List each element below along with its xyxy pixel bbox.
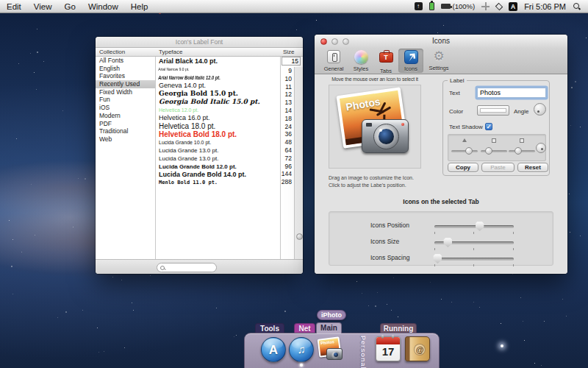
slider-thumb[interactable] (476, 222, 484, 231)
size-item[interactable]: 64 (281, 146, 294, 155)
size-item[interactable]: 96 (281, 163, 294, 171)
collection-item[interactable]: Fun (96, 96, 155, 104)
copy-button[interactable]: Copy (448, 163, 478, 172)
icons-window-content: Move the mouse over an Icon to select it… (315, 74, 567, 274)
shadow-slider-blur[interactable] (481, 135, 507, 160)
shadow-angle-knob[interactable] (536, 143, 546, 153)
reset-button[interactable]: Reset (517, 163, 548, 172)
color-well[interactable] (477, 105, 509, 116)
menu-window[interactable]: Window (88, 2, 118, 11)
size-item[interactable]: 18 (281, 115, 294, 123)
slider-thumb[interactable] (485, 147, 492, 155)
icons-size-slider[interactable] (434, 238, 514, 248)
typeface-item[interactable]: Arial Narrow Bold Italic 12.0 pt. (156, 74, 258, 82)
calendar-icon[interactable]: 17 (376, 336, 401, 361)
collection-item[interactable]: Web (96, 135, 155, 144)
collection-item[interactable]: English (96, 65, 155, 73)
menu-view[interactable]: View (34, 2, 52, 11)
size-item[interactable]: 10 (281, 75, 294, 83)
collection-item[interactable]: Recently Used (96, 80, 155, 88)
input-source-icon[interactable]: A (509, 2, 517, 11)
slider-thumb[interactable] (433, 254, 442, 263)
size-item[interactable]: 9 (281, 67, 294, 75)
icons-position-slider[interactable] (434, 222, 514, 232)
collection-item[interactable]: PDF (96, 120, 155, 128)
icon-preview-well[interactable]: Photos (329, 85, 421, 169)
menu-go[interactable]: Go (65, 2, 76, 11)
typeface-item[interactable]: Helvetica 16.0 pt. (156, 114, 280, 122)
battery-menu-extra[interactable]: (100%) (441, 2, 476, 10)
typeface-item[interactable]: Georgia Bold Italic 15.0 pt. (156, 98, 280, 106)
slider-thumb[interactable] (465, 147, 473, 155)
menu-edit[interactable]: Edit (7, 2, 21, 11)
size-item[interactable]: 14 (281, 107, 294, 115)
size-item[interactable]: 48 (281, 138, 294, 146)
diamond-icon[interactable] (495, 2, 503, 10)
typeface-item[interactable]: Arial Black 14.0 pt. (156, 57, 280, 66)
toolbar-item-icons[interactable]: Icons (398, 49, 423, 73)
dock-tab-tools[interactable]: Tools (255, 323, 284, 333)
toolbar-item-general[interactable]: General (320, 49, 347, 73)
typeface-item[interactable]: Lucida Grande 13.0 pt. (156, 146, 280, 155)
iphoto-dock-icon[interactable]: Photos (318, 336, 343, 362)
font-panel-titlebar[interactable]: Icon's Label Font (96, 37, 303, 48)
typeface-item[interactable]: Georgia Bold 15.0 pt. (156, 90, 280, 98)
typeface-item[interactable]: Menlo Bold 11.0 pt. (156, 179, 280, 187)
typeface-item[interactable]: Geneva 14.0 pt. (156, 82, 280, 90)
size-item[interactable]: 144 (281, 170, 294, 178)
battery-vertical-icon[interactable] (429, 2, 434, 10)
angle-knob[interactable] (534, 103, 546, 116)
minimize-button[interactable] (331, 38, 338, 45)
font-search-field[interactable] (157, 263, 217, 272)
size-item[interactable]: 72 (281, 155, 294, 163)
collection-item[interactable]: Favorites (96, 72, 155, 80)
icons-spacing-slider[interactable] (434, 254, 514, 264)
toolbar-item-styles[interactable]: Styles (349, 49, 373, 73)
slider-thumb[interactable] (443, 238, 452, 247)
typeface-item[interactable]: Arial Narrow 9.0 pt. (156, 66, 258, 74)
archive-icon[interactable]: ↑ (415, 2, 423, 10)
typeface-item[interactable]: Helvetica 12.0 pt. (156, 106, 280, 114)
icons-window-titlebar[interactable]: Icons (315, 35, 567, 48)
dock-tab-net[interactable]: Net (294, 323, 315, 333)
typeface-item[interactable]: Lucida Grande Bold 14.0 pt. (156, 171, 280, 179)
toolbar-item-settings[interactable]: ⚙ Settings (425, 49, 453, 73)
shadow-slider-opacity[interactable] (451, 135, 478, 160)
size-field[interactable] (282, 57, 301, 66)
menu-clock[interactable]: Fri 5:06 PM (524, 2, 566, 11)
close-button[interactable] (320, 38, 327, 45)
size-scrollbar[interactable] (294, 67, 303, 259)
size-item[interactable]: 24 (281, 123, 294, 131)
dock-tab-running[interactable]: Running (380, 323, 417, 333)
menu-help[interactable]: Help (131, 2, 148, 11)
slider-thumb[interactable] (514, 147, 522, 155)
dock-tab-main[interactable]: Main (316, 322, 342, 333)
spotlight-icon[interactable] (573, 2, 581, 10)
contacts-icon[interactable]: @ (405, 336, 430, 361)
typeface-item[interactable]: Lucida Grande Bold 12.0 pt. (156, 163, 280, 171)
search-input[interactable] (168, 264, 213, 272)
size-item[interactable]: 13 (281, 99, 294, 107)
toolbar-item-tabs[interactable]: Tabs (375, 49, 397, 73)
collection-item[interactable]: Traditional (96, 127, 155, 135)
size-item[interactable]: 12 (281, 91, 294, 99)
typeface-item[interactable]: Helvetica Bold 18.0 pt. (156, 130, 280, 138)
typeface-item[interactable]: Lucida Grande 13.0 pt. (156, 155, 280, 163)
collection-item[interactable]: Modern (96, 112, 155, 120)
itunes-icon[interactable]: ♫ (289, 337, 314, 362)
text-shadow-checkbox[interactable]: ✓ (485, 123, 492, 130)
collection-item[interactable]: Fixed Width (96, 88, 155, 96)
move-icon[interactable] (481, 2, 490, 10)
size-item[interactable]: 288 (281, 178, 294, 186)
zoom-button[interactable] (343, 38, 349, 45)
label-text-input[interactable] (477, 88, 546, 98)
collection-item[interactable]: All Fonts (96, 57, 155, 65)
collection-item[interactable]: iOS (96, 104, 155, 112)
size-item[interactable]: 11 (281, 83, 294, 91)
typeface-item[interactable]: Helvetica 18.0 pt. (156, 122, 280, 130)
app-store-icon[interactable]: A (261, 337, 286, 362)
scrollbar-thumb[interactable] (296, 233, 303, 240)
size-item[interactable]: 36 (281, 130, 294, 138)
shadow-slider-offset[interactable] (509, 135, 535, 160)
typeface-item[interactable]: Lucida Grande 10.0 pt. (156, 138, 280, 146)
